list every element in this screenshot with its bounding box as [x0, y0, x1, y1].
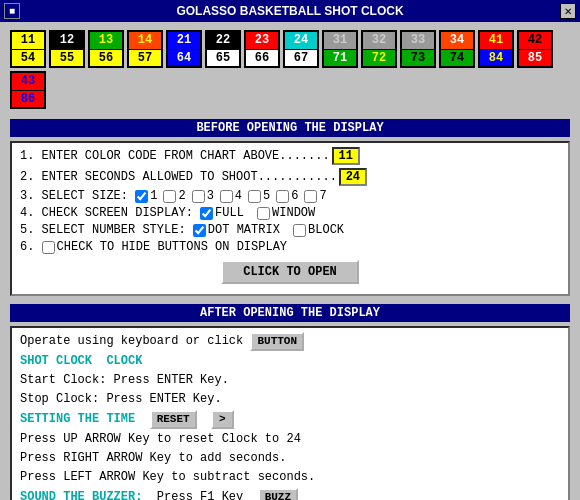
color-code-input[interactable]	[332, 147, 360, 165]
step1-row: 1. ENTER COLOR CODE FROM CHART ABOVE....…	[20, 147, 560, 165]
color-cell-24[interactable]: 2467	[283, 30, 319, 68]
color-cell-41[interactable]: 4184	[478, 30, 514, 68]
window-title: GOLASSO BASKETBALL SHOT CLOCK	[20, 4, 560, 18]
after-buzz-row: SOUND THE BUZZER: Press F1 Key BUZZ	[20, 488, 560, 500]
window-checkbox[interactable]	[257, 207, 270, 220]
setting-time-label[interactable]: SETTING THE TIME	[20, 412, 135, 426]
shot-clock-btn[interactable]: SHOT CLOCK	[20, 354, 92, 368]
sound-buzzer-label[interactable]: SOUND THE BUZZER:	[20, 490, 142, 500]
step4-row: 4. CHECK SCREEN DISPLAY: FULL WINDOW	[20, 206, 560, 220]
size-4-label[interactable]: 4	[220, 189, 242, 203]
block-checkbox[interactable]	[293, 224, 306, 237]
click-to-open-button[interactable]: CLICK TO OPEN	[221, 260, 359, 284]
full-checkbox[interactable]	[200, 207, 213, 220]
size-5-checkbox[interactable]	[248, 190, 261, 203]
size-7-label[interactable]: 7	[304, 189, 326, 203]
step5-row: 5. SELECT NUMBER STYLE: DOT MATRIX BLOCK	[20, 223, 560, 237]
size-2-checkbox[interactable]	[163, 190, 176, 203]
after-line5: Press RIGHT ARROW Key to add seconds.	[20, 450, 560, 467]
after-line4: Press UP ARROW Key to reset Clock to 24	[20, 431, 560, 448]
step4-label: 4. CHECK SCREEN DISPLAY:	[20, 206, 200, 220]
color-chart: 1154125513561457216422652366246731713272…	[10, 30, 570, 109]
clock-btn[interactable]: CLOCK	[106, 354, 142, 368]
dotmatrix-checkbox[interactable]	[193, 224, 206, 237]
color-cell-12[interactable]: 1255	[49, 30, 85, 68]
color-cell-23[interactable]: 2366	[244, 30, 280, 68]
block-option-label[interactable]: BLOCK	[293, 223, 344, 237]
color-cell-32[interactable]: 3272	[361, 30, 397, 68]
size-3-label[interactable]: 3	[192, 189, 214, 203]
after-line-shotclock: SHOT CLOCK CLOCK	[20, 353, 560, 370]
window-option-label[interactable]: WINDOW	[257, 206, 315, 220]
hide-buttons-label[interactable]: CHECK TO HIDE BUTTONS ON DISPLAY	[42, 240, 287, 254]
color-cell-33[interactable]: 3373	[400, 30, 436, 68]
close-button[interactable]: ✕	[560, 3, 576, 19]
step6-label: 6.	[20, 240, 42, 254]
button-inline-btn[interactable]: BUTTON	[250, 332, 304, 351]
after-line2: Start Clock: Press ENTER Key.	[20, 372, 560, 389]
size-7-checkbox[interactable]	[304, 190, 317, 203]
buzz-btn[interactable]: BUZZ	[258, 488, 298, 500]
size-5-label[interactable]: 5	[248, 189, 270, 203]
color-cell-11[interactable]: 1154	[10, 30, 46, 68]
after-line3: Stop Clock: Press ENTER Key.	[20, 391, 560, 408]
size-2-label[interactable]: 2	[163, 189, 185, 203]
color-cell-21[interactable]: 2164	[166, 30, 202, 68]
title-bar: ■ GOLASSO BASKETBALL SHOT CLOCK ✕	[0, 0, 580, 22]
after-setting-row: SETTING THE TIME RESET >	[20, 410, 560, 429]
size-4-checkbox[interactable]	[220, 190, 233, 203]
instructions-panel: 1. ENTER COLOR CODE FROM CHART ABOVE....…	[10, 141, 570, 296]
color-cell-34[interactable]: 3474	[439, 30, 475, 68]
color-cell-22[interactable]: 2265	[205, 30, 241, 68]
arrow-right-btn[interactable]: >	[211, 410, 234, 429]
color-cell-43[interactable]: 4386	[10, 71, 46, 109]
color-cell-31[interactable]: 3171	[322, 30, 358, 68]
color-cell-14[interactable]: 1457	[127, 30, 163, 68]
step2-row: 2. ENTER SECONDS ALLOWED TO SHOOT.......…	[20, 168, 560, 186]
after-section-header: AFTER OPENING THE DISPLAY	[10, 304, 570, 322]
step3-label: 3. SELECT SIZE:	[20, 189, 135, 203]
size-1-checkbox[interactable]	[135, 190, 148, 203]
window-icon: ■	[4, 3, 20, 19]
size-6-label[interactable]: 6	[276, 189, 298, 203]
step5-label: 5. SELECT NUMBER STYLE:	[20, 223, 193, 237]
step6-row: 6. CHECK TO HIDE BUTTONS ON DISPLAY	[20, 240, 560, 254]
full-option-label[interactable]: FULL	[200, 206, 244, 220]
size-3-checkbox[interactable]	[192, 190, 205, 203]
size-1-label[interactable]: 1	[135, 189, 157, 203]
before-section-header: BEFORE OPENING THE DISPLAY	[10, 119, 570, 137]
hide-buttons-checkbox[interactable]	[42, 241, 55, 254]
reset-btn[interactable]: RESET	[150, 410, 197, 429]
dotmatrix-option-label[interactable]: DOT MATRIX	[193, 223, 280, 237]
step1-label: 1. ENTER COLOR CODE FROM CHART ABOVE....…	[20, 149, 330, 163]
after-line6: Press LEFT ARROW Key to subtract seconds…	[20, 469, 560, 486]
after-panel: Operate using keyboard or click BUTTON S…	[10, 326, 570, 500]
after-line1: Operate using keyboard or click BUTTON	[20, 332, 560, 351]
step2-label: 2. ENTER SECONDS ALLOWED TO SHOOT.......…	[20, 170, 337, 184]
size-6-checkbox[interactable]	[276, 190, 289, 203]
color-cell-42[interactable]: 4285	[517, 30, 553, 68]
color-cell-13[interactable]: 1356	[88, 30, 124, 68]
seconds-input[interactable]	[339, 168, 367, 186]
step3-row: 3. SELECT SIZE: 1 2 3 4 5 6 7	[20, 189, 560, 203]
